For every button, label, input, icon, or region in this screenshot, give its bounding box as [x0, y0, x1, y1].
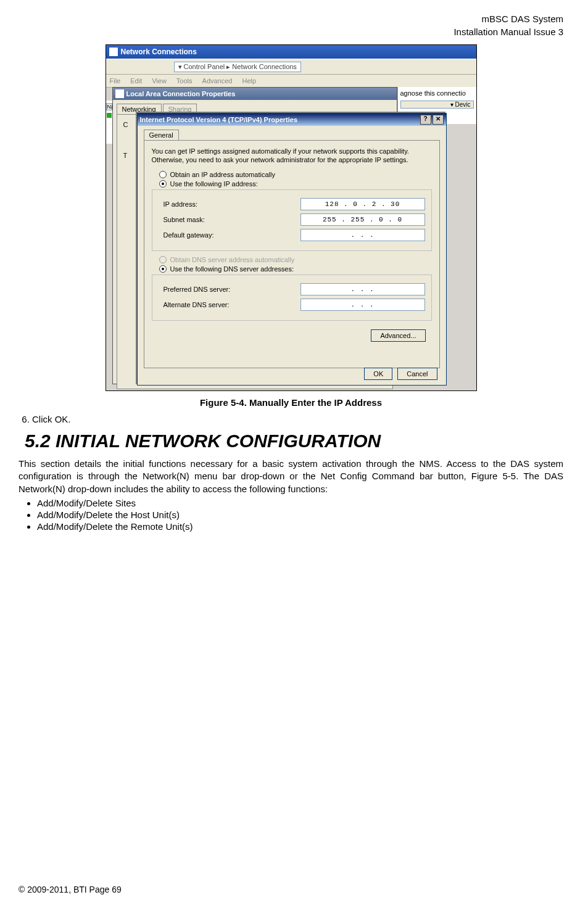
lac-t-label: T: [123, 152, 128, 159]
section-paragraph: This section details the initial functio…: [19, 458, 563, 495]
ip-address-input[interactable]: 128 . 0 . 2 . 30: [300, 198, 425, 210]
radio-use-ip[interactable]: Use the following IP address:: [159, 180, 432, 188]
radio-icon[interactable]: [159, 180, 167, 188]
menu-help[interactable]: Help: [242, 77, 256, 85]
alt-dns-input[interactable]: . . .: [300, 299, 425, 311]
header-line1: mBSC DAS System: [19, 12, 563, 25]
subnet-mask-input[interactable]: 255 . 255 . 0 . 0: [300, 213, 425, 226]
diagnose-text: agnose this connectio: [400, 89, 474, 97]
default-gateway-label: Default gateway:: [164, 231, 300, 239]
ipv4-titlebar: Internet Protocol Version 4 (TCP/IPv4) P…: [138, 114, 446, 126]
radio-use-dns-label: Use the following DNS server addresses:: [170, 265, 294, 273]
radio-use-dns[interactable]: Use the following DNS server addresses:: [159, 265, 432, 273]
step-6: Click OK.: [32, 414, 563, 424]
lac-c-label: C: [123, 121, 128, 128]
nc-titlebar: Network Connections: [106, 45, 476, 59]
radio-icon[interactable]: [159, 171, 167, 178]
lac-title-text: Local Area Connection Properties: [126, 90, 236, 97]
radio-auto-ip-label: Obtain an IP address automatically: [170, 171, 275, 178]
menu-tools[interactable]: Tools: [176, 77, 193, 85]
ipv4-tabs: General: [144, 130, 440, 140]
menu-advanced[interactable]: Advanced: [202, 77, 233, 85]
subnet-mask-label: Subnet mask:: [164, 216, 300, 223]
pref-dns-input[interactable]: . . .: [300, 283, 425, 295]
nc-menubar[interactable]: File Edit View Tools Advanced Help: [106, 75, 476, 88]
ok-button[interactable]: OK: [364, 368, 392, 380]
bullet-2: Add/Modify/Delete the Host Unit(s): [37, 510, 563, 520]
nc-address-toolbar: ▾ Control Panel ▸ Network Connections: [106, 59, 476, 75]
radio-auto-dns: Obtain DNS server address automatically: [159, 256, 432, 263]
page-footer: © 2009‑2011, BTI Page 69: [19, 885, 122, 894]
radio-auto-dns-label: Obtain DNS server address automatically: [170, 256, 295, 263]
lac-titlebar: Local Area Connection Properties: [113, 88, 397, 100]
menu-file[interactable]: File: [110, 77, 121, 85]
ip-fieldset: IP address: 128 . 0 . 2 . 30 Subnet mask…: [152, 189, 432, 251]
bullet-3: Add/Modify/Delete the Remote Unit(s): [37, 521, 563, 532]
device-dropdown[interactable]: ▾ Devic: [400, 101, 474, 109]
menu-view[interactable]: View: [152, 77, 167, 85]
section-heading: 5.2 INITIAL NETWORK CONFIGURATION: [25, 431, 563, 452]
window-icon: [109, 47, 118, 57]
breadcrumb[interactable]: ▾ Control Panel ▸ Network Connections: [174, 62, 301, 72]
tab-general[interactable]: General: [144, 130, 179, 140]
connection-icon: [107, 113, 112, 118]
menu-edit[interactable]: Edit: [130, 77, 142, 85]
radio-icon[interactable]: [159, 265, 167, 273]
radio-use-ip-label: Use the following IP address:: [170, 180, 258, 188]
help-button[interactable]: ?: [420, 115, 431, 125]
dns-fieldset: Preferred DNS server: . . . Alternate DN…: [152, 274, 432, 321]
page-header: mBSC DAS System Installation Manual Issu…: [19, 12, 563, 38]
radio-icon: [159, 256, 167, 263]
ipv4-info-text: You can get IP settings assigned automat…: [152, 147, 432, 165]
ipv4-title-text: Internet Protocol Version 4 (TCP/IPv4) P…: [140, 116, 298, 123]
nav-label: Na: [106, 103, 112, 110]
pref-dns-label: Preferred DNS server:: [164, 286, 300, 293]
close-button[interactable]: ✕: [433, 115, 444, 125]
alt-dns-label: Alternate DNS server:: [164, 301, 300, 308]
screenshot-figure: Network Connections ▾ Control Panel ▸ Ne…: [106, 44, 477, 391]
nc-title: Network Connections: [121, 47, 197, 56]
header-line2: Installation Manual Issue 3: [19, 25, 563, 38]
ipv4-window: Internet Protocol Version 4 (TCP/IPv4) P…: [137, 113, 447, 386]
lac-icon: [115, 89, 124, 98]
ipv4-panel: You can get IP settings assigned automat…: [144, 140, 440, 368]
function-bullets: Add/Modify/Delete Sites Add/Modify/Delet…: [37, 498, 563, 532]
radio-auto-ip[interactable]: Obtain an IP address automatically: [159, 171, 432, 178]
cancel-button[interactable]: Cancel: [397, 368, 437, 380]
ip-address-label: IP address:: [164, 200, 300, 208]
figure-caption: Figure 5-4. Manually Enter the IP Addres…: [19, 397, 563, 408]
advanced-button[interactable]: Advanced...: [371, 329, 425, 342]
bullet-1: Add/Modify/Delete Sites: [37, 498, 563, 508]
default-gateway-input[interactable]: . . .: [300, 229, 425, 241]
step-list: Click OK.: [19, 414, 563, 424]
